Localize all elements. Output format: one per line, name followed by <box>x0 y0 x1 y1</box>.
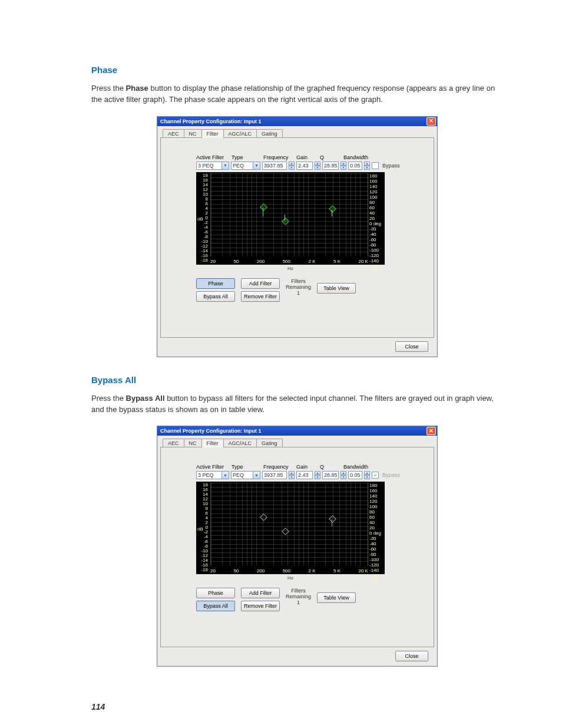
bandwidth-input[interactable]: 0.05 <box>348 162 362 170</box>
remove-filter-button[interactable]: Remove Filter <box>241 601 280 611</box>
label-type: Type <box>232 464 261 470</box>
tab-strip: AEC NC Filter AGC/ALC Gating <box>163 129 434 138</box>
bandwidth-spinner[interactable]: ▲▼ <box>364 471 370 479</box>
text-bold: Bypass All <box>126 394 165 403</box>
label-type: Type <box>232 154 261 160</box>
titlebar: Channel Property Configuration: Input 1 … <box>157 117 437 126</box>
gain-spinner[interactable]: ▲▼ <box>315 162 320 170</box>
bypass-all-button[interactable]: Bypass All <box>196 601 235 611</box>
config-dialog-phase: Channel Property Configuration: Input 1 … <box>157 116 438 357</box>
table-view-button[interactable]: Table View <box>317 283 356 294</box>
tab-gating[interactable]: Gating <box>256 129 283 138</box>
bypass-heading: Bypass All <box>91 375 503 385</box>
label-bandwidth: Bandwidth <box>343 154 369 160</box>
label-bandwidth: Bandwidth <box>343 464 369 470</box>
y-axis-left: 181614121086420-2-4-6-8-10-12-14-16-18 <box>197 173 208 256</box>
chevron-down-icon: ▼ <box>222 472 229 479</box>
chevron-down-icon: ▼ <box>222 162 229 169</box>
label-gain: Gain <box>296 464 318 470</box>
label-gain: Gain <box>296 154 318 160</box>
close-button[interactable]: Close <box>395 651 428 661</box>
bypass-paragraph: Press the Bypass All button to bypass al… <box>91 393 503 416</box>
table-view-button[interactable]: Table View <box>317 592 356 603</box>
tab-nc[interactable]: NC <box>184 129 202 138</box>
filter-panel: Active Filter Type Frequency Gain Q Band… <box>160 447 434 647</box>
add-filter-button[interactable]: Add Filter <box>241 278 280 289</box>
tab-filter[interactable]: Filter <box>201 129 224 138</box>
frequency-spinner[interactable]: ▲▼ <box>289 471 295 479</box>
filters-remaining-value: 1 <box>297 290 300 296</box>
value: 3 PEQ <box>198 163 214 169</box>
gain-input[interactable]: 2.43 <box>296 162 313 170</box>
gain-input[interactable]: 2.43 <box>296 471 313 479</box>
text-bold: Phase <box>126 84 148 93</box>
filter-panel: Active Filter Type Frequency Gain Q Band… <box>160 137 434 338</box>
window-title: Channel Property Configuration: Input 1 <box>160 428 262 434</box>
close-button[interactable]: Close <box>395 341 428 352</box>
text: button to display the phase relationship… <box>91 84 495 104</box>
type-select[interactable]: PEQ▼ <box>231 471 260 479</box>
chevron-down-icon: ▼ <box>253 472 260 479</box>
value: 3 PEQ <box>198 472 214 478</box>
frequency-spinner[interactable]: ▲▼ <box>289 162 295 170</box>
q-input[interactable]: 28.85 <box>322 162 339 170</box>
x-axis-label: Hz <box>196 266 385 271</box>
y-axis-right: 180160140120100806040200 deg-20-40-60-80… <box>369 173 384 256</box>
frequency-input[interactable]: 3937.85 <box>262 471 287 479</box>
label-active-filter: Active Filter <box>196 154 229 160</box>
page-number: 114 <box>91 702 503 711</box>
phase-heading: Phase <box>91 65 503 75</box>
value: PEQ <box>233 472 244 478</box>
tab-gating[interactable]: Gating <box>256 439 283 447</box>
remove-filter-button[interactable]: Remove Filter <box>241 291 280 302</box>
x-axis-label: Hz <box>196 575 385 581</box>
config-dialog-bypass: Channel Property Configuration: Input 1 … <box>157 426 438 667</box>
bandwidth-input[interactable]: 0.05 <box>348 471 362 479</box>
tab-agcalc[interactable]: AGC/ALC <box>223 439 257 447</box>
active-filter-select[interactable]: 3 PEQ▼ <box>196 471 229 479</box>
active-filter-select[interactable]: 3 PEQ▼ <box>196 162 229 170</box>
text: Press the <box>91 84 126 93</box>
label-q: Q <box>320 154 341 160</box>
tab-filter[interactable]: Filter <box>201 439 224 447</box>
filters-remaining-label: Filters Remaining <box>286 588 311 599</box>
filter-graph[interactable]: dB 181614121086420-2-4-6-8-10-12-14-16-1… <box>196 172 385 265</box>
y-axis-left: 181614121086420-2-4-6-8-10-12-14-16-18 <box>197 483 208 566</box>
bypass-checkbox[interactable] <box>372 162 379 169</box>
label-q: Q <box>320 464 341 470</box>
tab-strip: AEC NC Filter AGC/ALC Gating <box>163 439 434 447</box>
q-input[interactable]: 28.85 <box>322 471 339 479</box>
bypass-all-button[interactable]: Bypass All <box>196 291 235 302</box>
close-icon[interactable]: ✕ <box>427 117 436 126</box>
tab-aec[interactable]: AEC <box>163 129 184 138</box>
close-icon[interactable]: ✕ <box>427 427 436 435</box>
frequency-input[interactable]: 3937.85 <box>262 162 287 170</box>
x-axis: 20502005002 K5 K20 K <box>210 568 368 574</box>
filters-remaining-value: 1 <box>297 599 300 605</box>
bypass-label: Bypass <box>382 472 400 478</box>
add-filter-button[interactable]: Add Filter <box>241 588 280 598</box>
tab-nc[interactable]: NC <box>184 439 202 447</box>
text: Press the <box>91 394 126 403</box>
window-title: Channel Property Configuration: Input 1 <box>160 118 262 124</box>
tab-aec[interactable]: AEC <box>163 439 184 447</box>
phase-button[interactable]: Phase <box>196 588 235 598</box>
bandwidth-spinner[interactable]: ▲▼ <box>364 162 370 170</box>
label-active-filter: Active Filter <box>196 464 229 470</box>
q-spinner[interactable]: ▲▼ <box>340 471 346 479</box>
label-frequency: Frequency <box>263 154 294 160</box>
filter-graph[interactable]: dB 181614121086420-2-4-6-8-10-12-14-16-1… <box>196 482 385 574</box>
phase-button[interactable]: Phase <box>196 278 235 289</box>
label-frequency: Frequency <box>263 464 294 470</box>
bypass-checkbox[interactable]: ✓ <box>372 472 379 479</box>
type-select[interactable]: PEQ▼ <box>231 162 260 170</box>
x-axis: 20502005002 K5 K20 K <box>210 259 368 264</box>
filters-remaining-label: Filters Remaining <box>286 278 311 290</box>
tab-agcalc[interactable]: AGC/ALC <box>223 129 257 138</box>
chevron-down-icon: ▼ <box>253 162 260 169</box>
titlebar: Channel Property Configuration: Input 1 … <box>157 426 437 436</box>
value: PEQ <box>233 163 244 169</box>
phase-paragraph: Press the Phase button to display the ph… <box>91 83 503 106</box>
q-spinner[interactable]: ▲▼ <box>340 162 346 170</box>
gain-spinner[interactable]: ▲▼ <box>315 471 320 479</box>
